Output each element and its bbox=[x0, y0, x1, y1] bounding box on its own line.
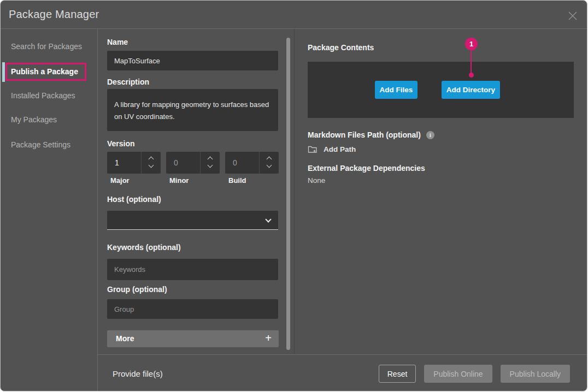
package-contents-label: Package Contents bbox=[308, 43, 374, 52]
minor-value: 0 bbox=[174, 152, 178, 174]
selected-item-accent-bar bbox=[2, 62, 5, 82]
host-label: Host (optional) bbox=[107, 195, 161, 204]
footer-bar: Provide file(s) Reset Publish Online Pub… bbox=[98, 354, 587, 391]
reset-button[interactable]: Reset bbox=[379, 365, 416, 383]
stepper-up-icon[interactable] bbox=[149, 157, 154, 162]
sidebar: Search for Packages Publish a Package In… bbox=[1, 29, 98, 391]
stepper-down-icon[interactable] bbox=[267, 163, 272, 168]
host-select[interactable] bbox=[107, 211, 278, 230]
add-directory-button[interactable]: Add Directory bbox=[442, 81, 500, 99]
markdown-path-label: Markdown Files Path (optional) bbox=[308, 130, 421, 139]
minor-stepper-controls[interactable] bbox=[200, 152, 220, 174]
close-button[interactable] bbox=[567, 10, 578, 21]
close-icon bbox=[567, 10, 578, 21]
stepper-up-icon[interactable] bbox=[267, 157, 272, 162]
more-label: More bbox=[116, 330, 134, 347]
minor-label: Minor bbox=[169, 176, 189, 185]
description-field[interactable]: A library for mapping geometry to surfac… bbox=[107, 89, 278, 131]
version-minor-stepper[interactable]: 0 bbox=[166, 152, 220, 174]
provide-files-label: Provide file(s) bbox=[113, 355, 163, 391]
annotation-step-marker: 1 bbox=[465, 38, 478, 50]
add-path-button[interactable]: Add Path bbox=[308, 145, 356, 153]
stepper-down-icon[interactable] bbox=[208, 163, 213, 168]
build-value: 0 bbox=[233, 152, 237, 174]
annotation-marker-stem bbox=[471, 50, 472, 74]
more-expander[interactable]: More + bbox=[107, 330, 279, 347]
sidebar-item-my-packages[interactable]: My Packages bbox=[11, 115, 57, 124]
sidebar-item-installed-packages[interactable]: Installed Packages bbox=[11, 91, 75, 100]
stepper-up-icon[interactable] bbox=[208, 157, 213, 162]
build-stepper-controls[interactable] bbox=[259, 152, 279, 174]
group-input[interactable] bbox=[107, 299, 278, 319]
form-scrollbar[interactable] bbox=[286, 38, 290, 350]
version-label: Version bbox=[107, 139, 135, 148]
package-manager-dialog: Package Manager Search for Packages Publ… bbox=[0, 0, 587, 391]
publish-locally-button[interactable]: Publish Locally bbox=[501, 365, 570, 383]
add-path-label: Add Path bbox=[324, 145, 356, 153]
name-label: Name bbox=[107, 38, 128, 46]
folder-add-icon bbox=[308, 145, 317, 153]
sidebar-item-search-for-packages[interactable]: Search for Packages bbox=[11, 41, 82, 51]
group-label: Group (optional) bbox=[107, 285, 167, 294]
major-value: 1 bbox=[115, 152, 119, 174]
major-stepper-controls[interactable] bbox=[141, 152, 161, 174]
panel-divider bbox=[294, 29, 295, 354]
sidebar-item-package-settings[interactable]: Package Settings bbox=[11, 140, 70, 150]
keywords-label: Keywords (optional) bbox=[107, 243, 181, 252]
package-contents-panel bbox=[308, 62, 574, 118]
publish-online-button[interactable]: Publish Online bbox=[424, 365, 492, 383]
annotation-highlight-box bbox=[5, 63, 86, 81]
title-bar: Package Manager bbox=[1, 1, 587, 29]
info-icon[interactable]: i bbox=[426, 131, 434, 139]
major-label: Major bbox=[110, 176, 130, 185]
version-major-stepper[interactable]: 1 bbox=[107, 152, 161, 174]
description-label: Description bbox=[107, 78, 149, 86]
build-label: Build bbox=[228, 176, 246, 185]
annotation-marker-dot bbox=[469, 73, 474, 78]
stepper-down-icon[interactable] bbox=[149, 163, 154, 168]
add-files-button[interactable]: Add Files bbox=[375, 81, 418, 99]
version-build-stepper[interactable]: 0 bbox=[225, 152, 279, 174]
plus-icon: + bbox=[265, 330, 272, 346]
dependencies-label: External Package Dependencies bbox=[308, 164, 425, 173]
chevron-down-icon bbox=[265, 216, 271, 222]
window-title: Package Manager bbox=[9, 8, 99, 21]
name-field[interactable] bbox=[107, 51, 278, 70]
keywords-input[interactable] bbox=[107, 259, 278, 280]
dependencies-value: None bbox=[308, 176, 325, 185]
